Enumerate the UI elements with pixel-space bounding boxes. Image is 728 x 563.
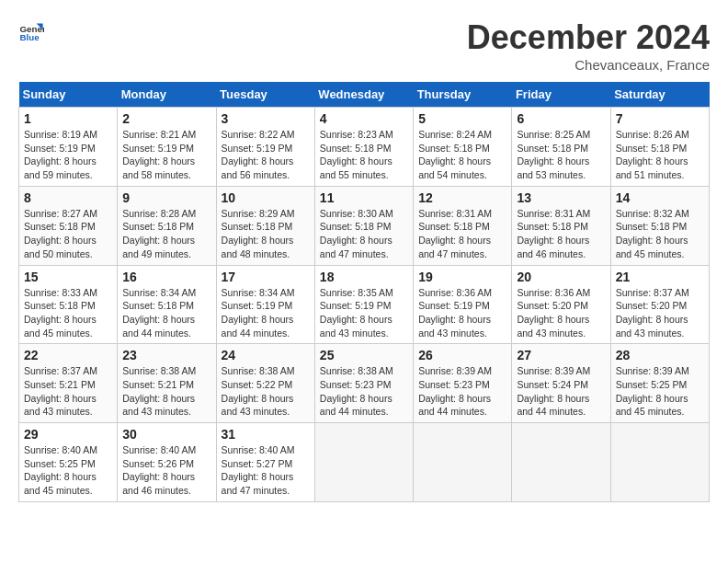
col-thursday: Thursday bbox=[414, 82, 512, 108]
calendar-week-5: 29 Sunrise: 8:40 AM Sunset: 5:25 PM Dayl… bbox=[19, 423, 710, 502]
day-info: Sunrise: 8:36 AM Sunset: 5:20 PM Dayligh… bbox=[517, 286, 605, 340]
logo: General Blue bbox=[18, 18, 44, 44]
calendar-cell: 10 Sunrise: 8:29 AM Sunset: 5:18 PM Dayl… bbox=[216, 186, 314, 265]
calendar-cell: 11 Sunrise: 8:30 AM Sunset: 5:18 PM Dayl… bbox=[314, 186, 413, 265]
col-friday: Friday bbox=[512, 82, 610, 108]
col-monday: Monday bbox=[118, 82, 216, 108]
day-info: Sunrise: 8:27 AM Sunset: 5:18 PM Dayligh… bbox=[24, 207, 112, 261]
calendar-cell: 30 Sunrise: 8:40 AM Sunset: 5:26 PM Dayl… bbox=[118, 423, 216, 502]
calendar-cell: 24 Sunrise: 8:38 AM Sunset: 5:22 PM Dayl… bbox=[216, 344, 314, 423]
calendar-cell: 22 Sunrise: 8:37 AM Sunset: 5:21 PM Dayl… bbox=[19, 344, 118, 423]
day-info: Sunrise: 8:39 AM Sunset: 5:23 PM Dayligh… bbox=[418, 364, 506, 419]
calendar-cell: 28 Sunrise: 8:39 AM Sunset: 5:25 PM Dayl… bbox=[610, 344, 709, 423]
calendar-week-1: 1 Sunrise: 8:19 AM Sunset: 5:19 PM Dayli… bbox=[19, 108, 710, 187]
day-number: 1 bbox=[24, 111, 112, 126]
page-header: General Blue December 2024 Chevanceaux, … bbox=[18, 18, 710, 73]
calendar-cell: 14 Sunrise: 8:32 AM Sunset: 5:18 PM Dayl… bbox=[610, 186, 709, 265]
day-number: 24 bbox=[222, 348, 310, 362]
logo-icon: General Blue bbox=[18, 18, 44, 44]
calendar-cell: 8 Sunrise: 8:27 AM Sunset: 5:18 PM Dayli… bbox=[19, 186, 118, 265]
day-number: 5 bbox=[418, 111, 506, 126]
day-number: 10 bbox=[222, 190, 310, 205]
day-info: Sunrise: 8:39 AM Sunset: 5:24 PM Dayligh… bbox=[517, 364, 605, 419]
calendar-cell bbox=[512, 423, 610, 502]
day-number: 6 bbox=[517, 111, 605, 126]
calendar-cell: 27 Sunrise: 8:39 AM Sunset: 5:24 PM Dayl… bbox=[512, 344, 610, 423]
day-number: 22 bbox=[24, 348, 112, 362]
day-info: Sunrise: 8:40 AM Sunset: 5:27 PM Dayligh… bbox=[222, 443, 310, 498]
day-number: 16 bbox=[122, 270, 210, 284]
day-number: 8 bbox=[24, 190, 112, 205]
calendar-cell bbox=[610, 423, 709, 502]
calendar-cell bbox=[314, 423, 413, 502]
calendar-cell: 2 Sunrise: 8:21 AM Sunset: 5:19 PM Dayli… bbox=[118, 108, 216, 187]
calendar-cell: 7 Sunrise: 8:26 AM Sunset: 5:18 PM Dayli… bbox=[610, 108, 709, 187]
calendar-cell: 25 Sunrise: 8:38 AM Sunset: 5:23 PM Dayl… bbox=[314, 344, 413, 423]
day-number: 23 bbox=[122, 348, 210, 362]
calendar-cell: 4 Sunrise: 8:23 AM Sunset: 5:18 PM Dayli… bbox=[314, 108, 413, 187]
day-info: Sunrise: 8:26 AM Sunset: 5:18 PM Dayligh… bbox=[616, 128, 704, 182]
day-number: 26 bbox=[418, 348, 506, 362]
calendar-cell: 19 Sunrise: 8:36 AM Sunset: 5:19 PM Dayl… bbox=[414, 265, 512, 344]
day-info: Sunrise: 8:28 AM Sunset: 5:18 PM Dayligh… bbox=[122, 207, 210, 261]
day-number: 25 bbox=[320, 348, 408, 362]
calendar-cell: 15 Sunrise: 8:33 AM Sunset: 5:18 PM Dayl… bbox=[19, 265, 118, 344]
day-info: Sunrise: 8:37 AM Sunset: 5:21 PM Dayligh… bbox=[24, 364, 112, 419]
col-wednesday: Wednesday bbox=[314, 82, 413, 108]
calendar-cell: 9 Sunrise: 8:28 AM Sunset: 5:18 PM Dayli… bbox=[118, 186, 216, 265]
calendar-week-2: 8 Sunrise: 8:27 AM Sunset: 5:18 PM Dayli… bbox=[19, 186, 710, 265]
day-info: Sunrise: 8:19 AM Sunset: 5:19 PM Dayligh… bbox=[24, 128, 112, 182]
day-number: 4 bbox=[320, 111, 408, 126]
day-number: 20 bbox=[517, 270, 605, 284]
calendar-week-4: 22 Sunrise: 8:37 AM Sunset: 5:21 PM Dayl… bbox=[19, 344, 710, 423]
day-number: 7 bbox=[616, 111, 704, 126]
calendar-cell: 1 Sunrise: 8:19 AM Sunset: 5:19 PM Dayli… bbox=[19, 108, 118, 187]
calendar-cell: 6 Sunrise: 8:25 AM Sunset: 5:18 PM Dayli… bbox=[512, 108, 610, 187]
calendar-cell: 21 Sunrise: 8:37 AM Sunset: 5:20 PM Dayl… bbox=[610, 265, 709, 344]
calendar-header-row: Sunday Monday Tuesday Wednesday Thursday… bbox=[19, 82, 710, 108]
day-info: Sunrise: 8:38 AM Sunset: 5:21 PM Dayligh… bbox=[122, 364, 210, 419]
calendar-cell: 18 Sunrise: 8:35 AM Sunset: 5:19 PM Dayl… bbox=[314, 265, 413, 344]
location: Chevanceaux, France bbox=[467, 57, 710, 73]
calendar-cell: 31 Sunrise: 8:40 AM Sunset: 5:27 PM Dayl… bbox=[216, 423, 314, 502]
day-number: 12 bbox=[418, 190, 506, 205]
day-number: 27 bbox=[517, 348, 605, 362]
calendar-table: Sunday Monday Tuesday Wednesday Thursday… bbox=[18, 82, 710, 502]
day-number: 17 bbox=[222, 270, 310, 284]
col-sunday: Sunday bbox=[19, 82, 118, 108]
day-number: 21 bbox=[616, 270, 704, 284]
calendar-cell: 16 Sunrise: 8:34 AM Sunset: 5:18 PM Dayl… bbox=[118, 265, 216, 344]
day-number: 19 bbox=[418, 270, 506, 284]
calendar-cell: 13 Sunrise: 8:31 AM Sunset: 5:18 PM Dayl… bbox=[512, 186, 610, 265]
calendar-cell: 26 Sunrise: 8:39 AM Sunset: 5:23 PM Dayl… bbox=[414, 344, 512, 423]
calendar-cell: 12 Sunrise: 8:31 AM Sunset: 5:18 PM Dayl… bbox=[414, 186, 512, 265]
day-info: Sunrise: 8:25 AM Sunset: 5:18 PM Dayligh… bbox=[517, 128, 605, 182]
day-info: Sunrise: 8:40 AM Sunset: 5:25 PM Dayligh… bbox=[24, 443, 112, 498]
day-info: Sunrise: 8:33 AM Sunset: 5:18 PM Dayligh… bbox=[24, 286, 112, 340]
day-number: 11 bbox=[320, 190, 408, 205]
calendar-cell: 17 Sunrise: 8:34 AM Sunset: 5:19 PM Dayl… bbox=[216, 265, 314, 344]
day-number: 9 bbox=[122, 190, 210, 205]
day-number: 29 bbox=[24, 427, 112, 442]
svg-text:Blue: Blue bbox=[19, 32, 40, 42]
day-number: 2 bbox=[122, 111, 210, 126]
day-info: Sunrise: 8:36 AM Sunset: 5:19 PM Dayligh… bbox=[418, 286, 506, 340]
day-info: Sunrise: 8:34 AM Sunset: 5:18 PM Dayligh… bbox=[122, 286, 210, 340]
day-info: Sunrise: 8:31 AM Sunset: 5:18 PM Dayligh… bbox=[517, 207, 605, 261]
day-info: Sunrise: 8:32 AM Sunset: 5:18 PM Dayligh… bbox=[616, 207, 704, 261]
calendar-cell: 29 Sunrise: 8:40 AM Sunset: 5:25 PM Dayl… bbox=[19, 423, 118, 502]
month-title: December 2024 bbox=[467, 18, 710, 57]
day-info: Sunrise: 8:24 AM Sunset: 5:18 PM Dayligh… bbox=[418, 128, 506, 182]
day-info: Sunrise: 8:34 AM Sunset: 5:19 PM Dayligh… bbox=[222, 286, 310, 340]
day-info: Sunrise: 8:29 AM Sunset: 5:18 PM Dayligh… bbox=[222, 207, 310, 261]
day-info: Sunrise: 8:23 AM Sunset: 5:18 PM Dayligh… bbox=[320, 128, 408, 182]
calendar-cell bbox=[414, 423, 512, 502]
day-number: 31 bbox=[222, 427, 310, 442]
day-number: 30 bbox=[122, 427, 210, 442]
day-number: 15 bbox=[24, 270, 112, 284]
calendar-week-3: 15 Sunrise: 8:33 AM Sunset: 5:18 PM Dayl… bbox=[19, 265, 710, 344]
calendar-cell: 23 Sunrise: 8:38 AM Sunset: 5:21 PM Dayl… bbox=[118, 344, 216, 423]
calendar-cell: 3 Sunrise: 8:22 AM Sunset: 5:19 PM Dayli… bbox=[216, 108, 314, 187]
day-info: Sunrise: 8:31 AM Sunset: 5:18 PM Dayligh… bbox=[418, 207, 506, 261]
day-info: Sunrise: 8:37 AM Sunset: 5:20 PM Dayligh… bbox=[616, 286, 704, 340]
